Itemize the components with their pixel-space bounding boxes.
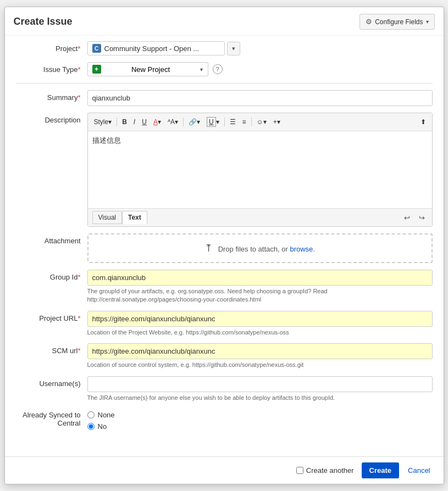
toolbar-separator-1	[117, 118, 117, 126]
dialog-header: Create Issue ⚙ Configure Fields ▾	[5, 7, 444, 36]
project-name: Community Support - Open ...	[104, 44, 220, 53]
create-button[interactable]: Create	[362, 462, 399, 478]
project-url-field-content: Location of the Project Website, e.g. ht…	[87, 311, 433, 337]
bullet-list-button[interactable]: ☰	[227, 116, 239, 127]
font-size-chevron-icon: ▾	[175, 118, 178, 126]
dialog-title: Create Issue	[14, 16, 73, 27]
underline-style-chevron-icon: ▾	[216, 118, 219, 126]
project-row: Project* C Community Support - Open ... …	[16, 41, 433, 55]
scm-url-row: SCM url* Location of source control syst…	[16, 343, 433, 369]
project-url-label: Project URL*	[16, 311, 87, 322]
dialog-footer: Create another Create Cancel	[5, 456, 444, 484]
bold-button[interactable]: B	[119, 116, 130, 127]
editor-content[interactable]: 描述信息	[88, 131, 432, 208]
group-id-label: Group Id*	[16, 270, 87, 281]
editor-tabs: Visual Text	[92, 211, 147, 224]
text-color-button[interactable]: A ▾	[151, 116, 164, 127]
separator	[16, 83, 433, 83]
underline-u-icon: U	[207, 117, 216, 127]
group-id-input[interactable]	[87, 270, 433, 286]
attachment-row: Attachment ⤒ Drop files to attach, or br…	[16, 233, 433, 263]
font-size-button[interactable]: ᴬA ▾	[165, 116, 181, 127]
style-chevron-icon: ▾	[108, 118, 112, 126]
radio-none-input[interactable]	[87, 411, 95, 419]
text-tab[interactable]: Text	[122, 211, 147, 224]
project-chevron-icon: ▾	[232, 45, 235, 52]
radio-no-input[interactable]	[87, 423, 95, 430]
project-dropdown-button[interactable]: ▾	[227, 42, 240, 55]
numbered-list-button[interactable]: ≡	[240, 116, 249, 127]
text-color-icon: A	[153, 118, 158, 126]
project-url-input[interactable]	[87, 311, 433, 327]
create-issue-dialog: Create Issue ⚙ Configure Fields ▾ Projec…	[4, 7, 444, 484]
group-id-hint: The groupId of your artifacts, e.g. org.…	[87, 287, 433, 304]
project-url-row: Project URL* Location of the Project Web…	[16, 311, 433, 337]
radio-no[interactable]: No	[87, 422, 433, 431]
emoji-chevron-icon: ▾	[263, 118, 267, 126]
numbered-list-icon: ≡	[242, 118, 246, 126]
project-url-hint: Location of the Project Website, e.g. ht…	[87, 328, 433, 337]
scm-url-field-content: Location of source control system, e.g. …	[87, 343, 433, 369]
issue-type-label: Issue Type*	[16, 62, 87, 74]
more-chevron-icon: ▾	[277, 118, 280, 126]
radio-none[interactable]: None	[87, 411, 433, 419]
underline-style-button[interactable]: U ▾	[204, 115, 222, 129]
scm-url-hint: Location of source control system, e.g. …	[87, 361, 433, 369]
project-select[interactable]: C Community Support - Open ...	[87, 41, 225, 55]
italic-button[interactable]: I	[131, 116, 138, 127]
summary-input[interactable]	[87, 90, 433, 106]
text-color-chevron-icon: ▾	[158, 118, 161, 126]
help-icon[interactable]: ?	[213, 64, 223, 74]
editor-toolbar: Style ▾ B I U	[88, 113, 432, 131]
dialog-body: Project* C Community Support - Open ... …	[5, 36, 444, 456]
link-chevron-icon: ▾	[197, 118, 200, 126]
collapse-button[interactable]: ⬆	[418, 116, 429, 127]
undo-icon: ↩	[404, 214, 410, 222]
usernames-row: Username(s) The JIRA username(s) for any…	[16, 376, 433, 402]
usernames-field-content: The JIRA username(s) for anyone else you…	[87, 376, 433, 402]
cancel-button[interactable]: Cancel	[403, 462, 434, 478]
create-another-checkbox[interactable]	[296, 467, 303, 474]
gear-icon: ⚙	[366, 18, 372, 26]
link-button[interactable]: 🔗 ▾	[186, 116, 203, 127]
usernames-input[interactable]	[87, 376, 433, 392]
radio-group: None No	[87, 409, 433, 431]
already-synced-label: Already Synced to Central	[16, 409, 87, 427]
already-synced-row: Already Synced to Central None No	[16, 409, 433, 431]
toolbar-separator-4	[251, 118, 252, 126]
description-editor: Style ▾ B I U	[87, 113, 433, 227]
style-button[interactable]: Style ▾	[91, 116, 115, 127]
upload-icon: ⤒	[204, 243, 213, 254]
configure-fields-button[interactable]: ⚙ Configure Fields ▾	[359, 14, 434, 30]
issue-type-value: New Project	[131, 65, 170, 74]
visual-tab[interactable]: Visual	[92, 211, 122, 224]
undo-button[interactable]: ↩	[401, 213, 413, 223]
redo-button[interactable]: ↪	[416, 213, 428, 223]
project-label: Project*	[16, 41, 87, 53]
toolbar-separator-3	[224, 118, 225, 126]
group-id-row: Group Id* The groupId of your artifacts,…	[16, 270, 433, 304]
underline-button[interactable]: U	[139, 116, 150, 127]
more-button[interactable]: + ▾	[270, 116, 283, 127]
summary-label: Summary*	[16, 90, 87, 102]
issue-type-field-content: + New Project ▾ ?	[87, 62, 433, 76]
bullet-list-icon: ☰	[230, 118, 236, 126]
already-synced-field-content: None No	[87, 409, 433, 431]
toolbar-separator-2	[183, 118, 184, 126]
summary-row: Summary*	[16, 90, 433, 106]
issue-type-row: Issue Type* + New Project ▾ ?	[16, 62, 433, 76]
browse-link[interactable]: browse.	[290, 245, 315, 253]
scm-url-input[interactable]	[87, 343, 433, 359]
redo-icon: ↪	[419, 214, 425, 222]
collapse-icon: ⬆	[421, 118, 426, 126]
project-icon: C	[92, 44, 101, 53]
issue-type-select[interactable]: + New Project ▾	[87, 62, 208, 76]
drop-text: Drop files to attach, or	[218, 245, 288, 253]
issue-type-chevron-icon: ▾	[200, 66, 203, 72]
create-another-label[interactable]: Create another	[296, 466, 354, 475]
group-id-field-content: The groupId of your artifacts, e.g. org.…	[87, 270, 433, 304]
more-icon: +	[273, 118, 277, 126]
chevron-down-icon: ▾	[426, 19, 429, 25]
emoji-button[interactable]: ☺ ▾	[254, 116, 269, 127]
attachment-drop-zone[interactable]: ⤒ Drop files to attach, or browse.	[87, 233, 433, 263]
